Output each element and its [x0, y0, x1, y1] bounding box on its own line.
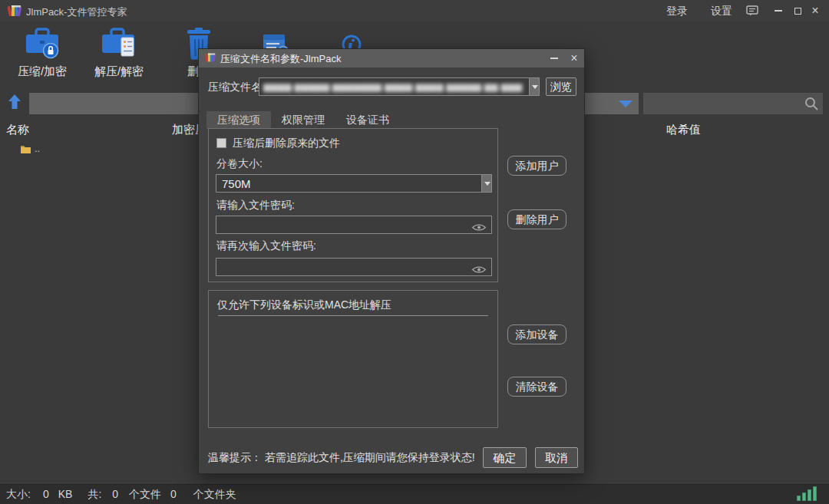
login-button[interactable]: 登录	[666, 5, 688, 18]
briefcase-lock-icon	[8, 23, 77, 60]
toolbar-compress-encrypt[interactable]: 压缩/加密	[8, 23, 77, 84]
address-dropdown-icon[interactable]	[619, 100, 632, 107]
tab-compress-options[interactable]: 压缩选项	[206, 111, 271, 129]
add-user-button[interactable]: 添加用户	[507, 156, 566, 176]
volume-size-value: 750M	[222, 177, 251, 190]
compress-params-dialog: 压缩文件名和参数-JlmPack × 压缩文件名 ▆▆▆▆ ▆▆▆▆▆ ▆▆▆▆…	[198, 48, 585, 474]
password-confirm-input[interactable]	[216, 258, 492, 276]
delete-user-button[interactable]: 删除用户	[507, 209, 566, 229]
status-size-unit: KB	[58, 485, 73, 504]
status-size-label: 大小:	[6, 485, 31, 504]
tab-device-certificate[interactable]: 设备证书	[335, 111, 400, 129]
status-size-value: 0	[43, 485, 49, 504]
column-header-name[interactable]: 名称	[6, 123, 29, 137]
dialog-titlebar[interactable]: 压缩文件名和参数-JlmPack ×	[199, 49, 584, 68]
briefcase-doc-icon	[84, 23, 154, 60]
network-signal-icon	[797, 486, 820, 501]
cancel-button[interactable]: 取消	[535, 447, 578, 468]
dialog-title: 压缩文件名和参数-JlmPack	[220, 52, 341, 66]
add-device-button[interactable]: 添加设备	[507, 324, 566, 344]
list-item-parent-dir[interactable]: ..	[0, 141, 192, 155]
volume-dropdown-icon[interactable]	[481, 175, 491, 192]
window-titlebar: JlmPack-文件管控专家 登录 设置 ×	[0, 0, 829, 21]
clear-device-button[interactable]: 清除设备	[507, 377, 566, 397]
filename-combobox[interactable]: ▆▆▆▆ ▆▆▆▆▆ ▆▆▆▆▆▆▆ ▆▆▆▆ ▆▆▆▆ ▆▆▆▆▆ ▆▆ ▆▆…	[259, 77, 540, 96]
dialog-close-button[interactable]: ×	[566, 50, 583, 68]
app-logo-icon	[8, 4, 21, 21]
status-bar: 大小:0KB共:0个文件0个文件夹	[0, 484, 829, 504]
toolbar-label: 解压/解密	[84, 64, 154, 79]
search-icon	[804, 97, 818, 114]
browse-button[interactable]: 浏览	[546, 77, 576, 96]
device-whitelist-header: 仅允许下列设备标识或MAC地址解压	[217, 298, 391, 312]
status-total-label: 共:	[88, 485, 101, 504]
delete-after-label: 压缩后删除原来的文件	[233, 137, 340, 150]
divider	[218, 315, 488, 316]
maximize-button[interactable]	[788, 0, 807, 21]
password-label: 请输入文件密码:	[216, 199, 295, 212]
password-input[interactable]	[216, 216, 492, 234]
filename-value-redacted: ▆▆▆▆ ▆▆▆▆▆ ▆▆▆▆▆▆▆ ▆▆▆▆ ▆▆▆▆ ▆▆▆▆▆ ▆▆ ▆▆…	[263, 81, 527, 92]
volume-size-combobox[interactable]: 750M	[216, 174, 492, 193]
up-directory-button[interactable]	[8, 94, 26, 113]
app-window: JlmPack-文件管控专家 登录 设置 ×	[0, 0, 829, 504]
delete-after-checkbox[interactable]	[216, 138, 226, 148]
folder-icon	[21, 143, 31, 156]
feedback-chat-icon[interactable]	[746, 5, 758, 19]
search-input[interactable]	[643, 93, 823, 114]
dialog-logo-icon	[205, 52, 216, 66]
toolbar-label: 压缩/加密	[8, 64, 77, 79]
file-name: ..	[35, 143, 40, 154]
filename-label: 压缩文件名	[208, 81, 262, 94]
window-title: JlmPack-文件管控专家	[26, 5, 127, 19]
minimize-button[interactable]	[769, 0, 788, 21]
show-password-icon[interactable]	[472, 221, 486, 235]
ok-button[interactable]: 确定	[483, 447, 527, 468]
password-confirm-label: 请再次输入文件密码:	[216, 239, 316, 253]
dialog-minimize-button[interactable]	[546, 49, 563, 68]
show-password-confirm-icon[interactable]	[472, 263, 486, 277]
status-folders-label: 个文件夹	[193, 485, 236, 504]
dialog-tip-text: 温馨提示： 若需追踪此文件,压缩期间请您保持登录状态!	[208, 451, 475, 465]
column-header-hash[interactable]: 哈希值	[666, 123, 701, 137]
status-files-count: 0	[112, 485, 118, 504]
tab-permission-management[interactable]: 权限管理	[271, 111, 335, 129]
status-files-label: 个文件	[129, 485, 161, 504]
status-folders-count: 0	[170, 485, 177, 504]
settings-button[interactable]: 设置	[711, 5, 732, 18]
dialog-tabs: 压缩选项 权限管理 设备证书	[206, 111, 400, 129]
volume-size-label: 分卷大小:	[216, 157, 263, 171]
close-button[interactable]: ×	[806, 0, 824, 21]
filename-dropdown-icon[interactable]	[529, 78, 539, 95]
toolbar-decompress-decrypt[interactable]: 解压/解密	[84, 23, 154, 84]
